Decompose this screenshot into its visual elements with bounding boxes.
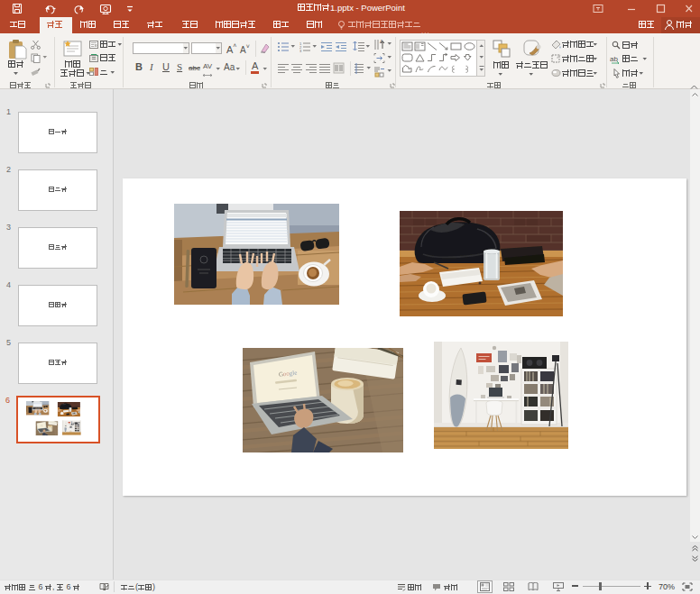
svg-text:A: A bbox=[380, 39, 383, 44]
svg-text:ab: ab bbox=[610, 55, 618, 63]
svg-text:3: 3 bbox=[299, 49, 302, 53]
